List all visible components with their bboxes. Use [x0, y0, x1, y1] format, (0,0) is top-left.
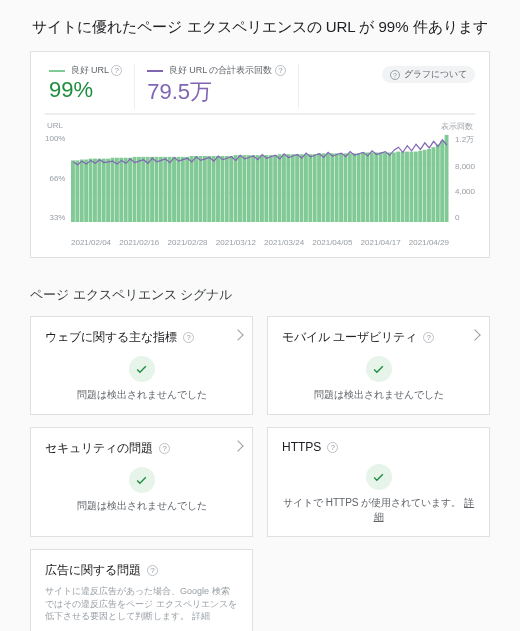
svg-rect-21	[155, 157, 159, 222]
svg-rect-30	[194, 156, 198, 222]
metric-value: 99%	[49, 77, 122, 103]
svg-rect-36	[220, 156, 224, 222]
svg-rect-27	[181, 157, 185, 222]
help-icon[interactable]: ?	[183, 332, 194, 343]
check-badge-icon	[129, 356, 155, 382]
svg-rect-45	[260, 155, 264, 222]
svg-rect-60	[326, 153, 330, 222]
card-title: モバイル ユーザビリティ	[282, 329, 417, 346]
svg-rect-70	[370, 152, 374, 222]
metric-caption-text: 良好 URL の合計表示回数	[169, 65, 273, 75]
status-prefix: サイトで HTTPS が使用されています。	[283, 497, 461, 508]
svg-rect-72	[379, 152, 383, 222]
svg-rect-17	[137, 157, 141, 222]
card-title: HTTPS	[282, 440, 321, 454]
svg-rect-18	[141, 157, 145, 222]
chart-card: 良好 URL ? 99% 良好 URL の合計表示回数 ? 79.5万 ? グラ…	[30, 51, 490, 258]
metric-impressions[interactable]: 良好 URL の合計表示回数 ? 79.5万	[135, 64, 299, 109]
svg-rect-26	[176, 157, 180, 222]
card-header: ウェブに関する主な指標 ?	[45, 329, 238, 346]
svg-rect-39	[234, 155, 238, 222]
help-icon[interactable]: ?	[423, 332, 434, 343]
svg-rect-5	[84, 160, 88, 222]
svg-rect-32	[203, 156, 207, 222]
about-chart-button[interactable]: ? グラフについて	[382, 66, 475, 83]
svg-rect-83	[427, 149, 431, 222]
metric-good-url[interactable]: 良好 URL ? 99%	[45, 64, 135, 109]
status-text: サイトで HTTPS が使用されています。 詳細	[282, 496, 475, 524]
card-header: モバイル ユーザビリティ ?	[282, 329, 475, 346]
svg-rect-61	[330, 153, 334, 222]
svg-rect-84	[431, 147, 435, 222]
svg-rect-33	[207, 156, 211, 222]
svg-rect-67	[357, 153, 361, 222]
svg-rect-81	[418, 151, 422, 222]
svg-rect-46	[264, 155, 268, 222]
svg-rect-3	[75, 160, 79, 222]
svg-rect-53	[295, 154, 299, 222]
svg-rect-79	[409, 152, 413, 222]
y-right-axis-label: 表示回数	[441, 121, 473, 132]
svg-rect-37	[225, 156, 229, 222]
svg-rect-77	[401, 152, 405, 222]
y-left-axis-label: URL	[47, 121, 63, 132]
svg-rect-80	[414, 152, 418, 222]
svg-rect-71	[374, 152, 378, 222]
svg-rect-19	[146, 157, 150, 222]
card-ad-experience[interactable]: 広告に関する問題 ? サイトに違反広告があった場合、Google 検索ではその違…	[30, 549, 253, 631]
svg-rect-34	[212, 156, 216, 222]
card-core-web-vitals[interactable]: ウェブに関する主な指標 ? 問題は検出されませんでした	[30, 316, 253, 415]
svg-rect-63	[339, 153, 343, 222]
chart-svg	[45, 134, 475, 236]
svg-rect-50	[282, 154, 286, 222]
card-https[interactable]: HTTPS ? サイトで HTTPS が使用されています。 詳細	[267, 427, 490, 537]
x-axis-ticks: 2021/02/042021/02/162021/02/282021/03/12…	[45, 236, 475, 247]
check-badge-icon	[129, 467, 155, 493]
metric-caption: 良好 URL の合計表示回数 ?	[147, 64, 286, 77]
svg-rect-65	[348, 153, 352, 222]
svg-rect-62	[335, 153, 339, 222]
help-icon: ?	[390, 70, 400, 80]
svg-rect-85	[436, 145, 440, 222]
line-swatch-icon	[147, 70, 163, 72]
svg-rect-11	[111, 158, 115, 222]
svg-rect-68	[361, 152, 365, 222]
card-mobile-usability[interactable]: モバイル ユーザビリティ ? 問題は検出されませんでした	[267, 316, 490, 415]
help-icon[interactable]: ?	[159, 443, 170, 454]
metric-value: 79.5万	[147, 77, 286, 107]
svg-rect-24	[168, 157, 172, 222]
svg-rect-64	[344, 153, 348, 222]
card-title: ウェブに関する主な指標	[45, 329, 177, 346]
y-right-ticks: 1.2万8,0004,0000	[455, 134, 475, 236]
svg-rect-8	[97, 159, 101, 222]
check-badge-icon	[366, 356, 392, 382]
chart-metrics: 良好 URL ? 99% 良好 URL の合計表示回数 ? 79.5万 ? グラ…	[45, 64, 475, 115]
help-icon[interactable]: ?	[147, 565, 158, 576]
svg-rect-82	[423, 150, 427, 222]
svg-rect-14	[124, 158, 128, 222]
card-header: HTTPS ?	[282, 440, 475, 454]
svg-rect-20	[150, 157, 154, 222]
svg-rect-13	[119, 158, 123, 222]
svg-rect-38	[229, 156, 233, 222]
svg-rect-44	[256, 155, 260, 222]
svg-rect-49	[278, 154, 282, 222]
details-link[interactable]: 詳細	[192, 611, 210, 621]
svg-rect-55	[304, 154, 308, 222]
svg-rect-23	[163, 157, 167, 222]
status-text: 問題は検出されませんでした	[45, 388, 238, 402]
card-security-issues[interactable]: セキュリティの問題 ? 問題は検出されませんでした	[30, 427, 253, 537]
help-icon[interactable]: ?	[327, 442, 338, 453]
chart-area: 100%66%33% 1.2万8,0004,0000	[45, 134, 475, 236]
help-icon[interactable]: ?	[275, 65, 286, 76]
signal-cards: ウェブに関する主な指標 ? 問題は検出されませんでした モバイル ユーザビリティ…	[30, 316, 490, 631]
svg-rect-15	[128, 158, 132, 222]
card-description: サイトに違反広告があった場合、Google 検索ではその違反広告をページ エクス…	[45, 585, 238, 623]
svg-rect-73	[383, 152, 387, 222]
svg-rect-4	[80, 160, 84, 222]
metric-caption: 良好 URL ?	[49, 64, 122, 77]
svg-rect-42	[247, 155, 251, 222]
card-header: セキュリティの問題 ?	[45, 440, 238, 457]
help-icon[interactable]: ?	[111, 65, 122, 76]
svg-rect-2	[71, 160, 75, 222]
